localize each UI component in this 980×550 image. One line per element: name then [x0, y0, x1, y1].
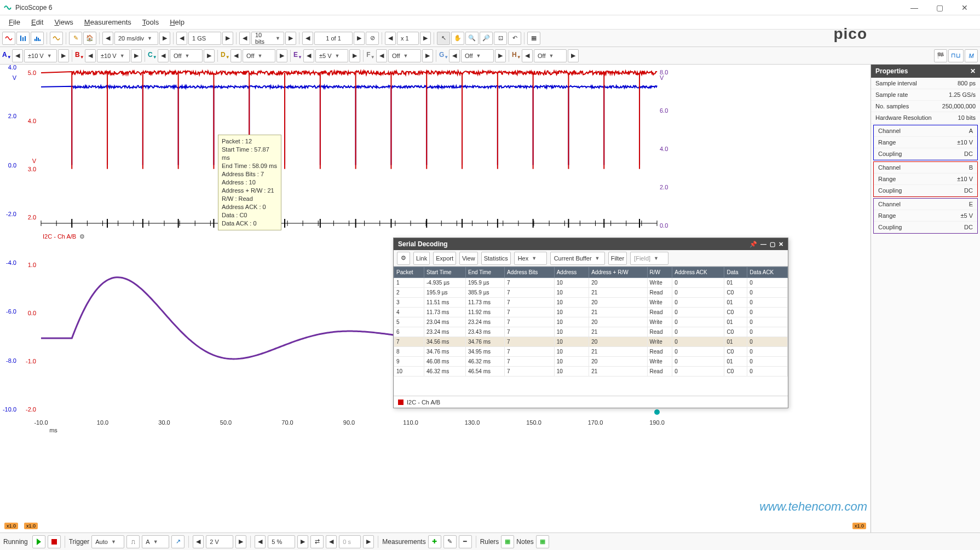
serial-stats-button[interactable]: Statistics	[481, 252, 511, 265]
serial-format-select[interactable]: Hex▼	[514, 252, 547, 265]
trig-pct-prev[interactable]: ◀	[255, 535, 266, 548]
zoom-out-icon[interactable]: 🔎	[480, 32, 493, 45]
ch-b-range[interactable]: ±10 V▼	[97, 49, 130, 62]
serial-header[interactable]: Serial Decoding 📌—▢✕	[394, 238, 788, 250]
trig-delay-next[interactable]: ▶	[363, 535, 374, 548]
run-button[interactable]	[32, 535, 45, 548]
samples-prev[interactable]: ◀	[176, 32, 187, 45]
menu-views[interactable]: Views	[49, 18, 78, 26]
close-button[interactable]: ✕	[953, 1, 977, 14]
gear-icon[interactable]: ⚙	[79, 233, 85, 240]
menu-edit[interactable]: Edit	[26, 18, 49, 26]
ch-e-next[interactable]: ▶	[349, 49, 360, 62]
marquee-zoom-icon[interactable]: ▦	[527, 32, 540, 45]
ch-b-label[interactable]: B▼	[75, 51, 84, 60]
ch-d-range[interactable]: Off▼	[243, 49, 275, 62]
serial-view-button[interactable]: View	[459, 252, 478, 265]
hand-icon[interactable]: ✋	[451, 32, 464, 45]
pointer-icon[interactable]: ↖	[437, 32, 450, 45]
trigger-pct[interactable]: 5 %	[268, 535, 295, 548]
serial-pin-icon[interactable]: 📌	[750, 241, 757, 248]
buf-next[interactable]: ▶	[354, 32, 365, 45]
ch-d-next[interactable]: ▶	[276, 49, 287, 62]
ch-c-next[interactable]: ▶	[204, 49, 215, 62]
serial-link-button[interactable]: Link	[413, 252, 430, 265]
persistence-mode-icon[interactable]	[16, 32, 30, 45]
serial-min-icon[interactable]: —	[760, 241, 766, 248]
ch-g-range[interactable]: Off▼	[461, 49, 494, 62]
rulers-icon[interactable]: ▦	[501, 535, 514, 548]
timebase-prev[interactable]: ◀	[102, 32, 113, 45]
serial-max-icon[interactable]: ▢	[770, 241, 775, 248]
zoom-rect-icon[interactable]: ⊡	[494, 32, 507, 45]
res-next[interactable]: ▶	[285, 32, 296, 45]
buf-prev[interactable]: ◀	[302, 32, 313, 45]
flag-icon[interactable]: 🏁	[934, 49, 947, 62]
ch-g-prev[interactable]: ◀	[449, 49, 460, 62]
ch-d-prev[interactable]: ◀	[230, 49, 241, 62]
trigger-rising-icon[interactable]: ↗	[171, 535, 185, 548]
serial-close-icon[interactable]: ✕	[779, 241, 783, 248]
ch-e-label[interactable]: E▼	[293, 51, 302, 60]
ch-a-range[interactable]: ±10 V▼	[24, 49, 57, 62]
menu-help[interactable]: Help	[164, 18, 190, 26]
buffer-display[interactable]: 1 of 1	[314, 32, 353, 45]
serial-export-button[interactable]: Export	[433, 252, 456, 265]
trigger-pretrigger-icon[interactable]: ⇄	[310, 535, 324, 548]
ch-b-prev[interactable]: ◀	[85, 49, 96, 62]
ch-a-prev[interactable]: ◀	[12, 49, 23, 62]
menu-file[interactable]: File	[3, 18, 26, 26]
ch-d-label[interactable]: D▼	[221, 51, 229, 60]
ch-c-label[interactable]: C▼	[148, 51, 157, 60]
menu-measurements[interactable]: Measurements	[79, 18, 137, 26]
serial-buffer-select[interactable]: Current Buffer▼	[550, 252, 605, 265]
res-prev[interactable]: ◀	[239, 32, 250, 45]
zoom-prev[interactable]: ◀	[385, 32, 396, 45]
trigger-mode-select[interactable]: Auto▼	[91, 535, 124, 548]
trigger-level[interactable]: 2 V	[206, 535, 233, 548]
ch-e-prev[interactable]: ◀	[303, 49, 314, 62]
ch-g-label[interactable]: G▼	[439, 51, 448, 60]
math-icon[interactable]: M	[965, 49, 978, 62]
timebase-select[interactable]: 20 ms/div▼	[114, 32, 158, 45]
undo-zoom-icon[interactable]: ↶	[508, 32, 521, 45]
trigger-ch-select[interactable]: A▼	[142, 535, 169, 548]
home2-icon[interactable]: 🏠	[83, 32, 96, 45]
ch-c-range[interactable]: Off▼	[170, 49, 203, 62]
trigger-delay[interactable]: 0 s	[339, 535, 361, 548]
siggen-icon[interactable]	[50, 32, 63, 45]
samples-next[interactable]: ▶	[222, 32, 233, 45]
serial-decoding-panel[interactable]: Serial Decoding 📌—▢✕ ⚙ Link Export View …	[393, 238, 788, 408]
minimize-button[interactable]: —	[902, 1, 926, 14]
chart-area[interactable]: pico 4.02.00.0-2.0-4.0-6.0-8.0-10.0V 5.0…	[0, 65, 871, 532]
edit-measurement-icon[interactable]: ✎	[443, 535, 457, 548]
ch-e-range[interactable]: ±5 V▼	[315, 49, 348, 62]
ch-f-prev[interactable]: ◀	[376, 49, 387, 62]
trig-level-prev[interactable]: ◀	[193, 535, 204, 548]
timebase-next[interactable]: ▶	[159, 32, 170, 45]
serial-table[interactable]: PacketStart TimeEnd TimeAddress BitsAddr…	[394, 267, 788, 396]
zoom-select[interactable]: x 1	[397, 32, 419, 45]
notes-icon[interactable]: ▦	[536, 535, 549, 548]
properties-header[interactable]: Properties✕	[871, 65, 980, 78]
del-measurement-icon[interactable]: ━	[459, 535, 472, 548]
menu-tools[interactable]: Tools	[137, 18, 164, 26]
trigger-edge-icon[interactable]: ⎍	[126, 535, 140, 548]
trig-delay-prev[interactable]: ◀	[326, 535, 337, 548]
zoom-in-icon[interactable]: 🔍	[465, 32, 479, 45]
ch-h-next[interactable]: ▶	[568, 49, 579, 62]
add-measurement-icon[interactable]: ✚	[428, 535, 441, 548]
ch-c-prev[interactable]: ◀	[158, 49, 169, 62]
ch-h-range[interactable]: Off▼	[534, 49, 567, 62]
buf-nav-icon[interactable]: ⊘	[366, 32, 379, 45]
home-icon[interactable]: ✎	[69, 32, 82, 45]
samples-select[interactable]: 1 GS	[188, 32, 221, 45]
stop-button[interactable]	[48, 535, 61, 548]
resolution-select[interactable]: 10 bits▼	[251, 32, 284, 45]
properties-close-icon[interactable]: ✕	[970, 67, 976, 75]
serial-field-select[interactable]: [Field]▼	[630, 252, 668, 265]
spectrum-mode-icon[interactable]	[31, 32, 44, 45]
serial-gear-icon[interactable]: ⚙	[397, 252, 410, 265]
ch-a-next[interactable]: ▶	[58, 49, 69, 62]
ch-h-label[interactable]: H▼	[512, 51, 521, 60]
